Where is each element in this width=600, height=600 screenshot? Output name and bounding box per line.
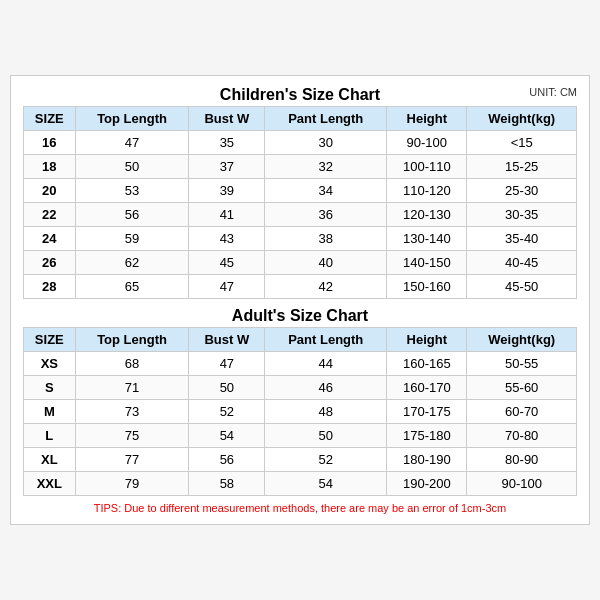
table-cell: 45-50 xyxy=(467,275,577,299)
table-cell: 62 xyxy=(75,251,189,275)
table-cell: 73 xyxy=(75,400,189,424)
table-cell: S xyxy=(24,376,76,400)
table-cell: 28 xyxy=(24,275,76,299)
adults-title: Adult's Size Chart xyxy=(23,307,577,325)
adult-header-row: SIZE Top Length Bust W Pant Length Heigh… xyxy=(24,328,577,352)
table-row: XXL795854190-20090-100 xyxy=(24,472,577,496)
table-row: 24594338130-14035-40 xyxy=(24,227,577,251)
table-row: XL775652180-19080-90 xyxy=(24,448,577,472)
adult-size-table: SIZE Top Length Bust W Pant Length Heigh… xyxy=(23,327,577,496)
table-row: M735248170-17560-70 xyxy=(24,400,577,424)
table-cell: 47 xyxy=(189,352,265,376)
table-cell: 140-150 xyxy=(387,251,467,275)
table-cell: 55-60 xyxy=(467,376,577,400)
table-cell: XL xyxy=(24,448,76,472)
table-cell: 45 xyxy=(189,251,265,275)
table-cell: 79 xyxy=(75,472,189,496)
table-cell: 36 xyxy=(265,203,387,227)
table-cell: 22 xyxy=(24,203,76,227)
col-height: Height xyxy=(387,107,467,131)
table-cell: 25-30 xyxy=(467,179,577,203)
table-cell: 41 xyxy=(189,203,265,227)
col-size: SIZE xyxy=(24,107,76,131)
table-cell: 47 xyxy=(75,131,189,155)
table-cell: 120-130 xyxy=(387,203,467,227)
col-weight: Weight(kg) xyxy=(467,107,577,131)
table-cell: 47 xyxy=(189,275,265,299)
table-cell: 150-160 xyxy=(387,275,467,299)
table-cell: 56 xyxy=(189,448,265,472)
table-cell: 20 xyxy=(24,179,76,203)
table-cell: 68 xyxy=(75,352,189,376)
table-cell: 30-35 xyxy=(467,203,577,227)
table-cell: M xyxy=(24,400,76,424)
table-cell: 56 xyxy=(75,203,189,227)
table-cell: 80-90 xyxy=(467,448,577,472)
table-cell: XXL xyxy=(24,472,76,496)
table-cell: 35-40 xyxy=(467,227,577,251)
table-cell: 175-180 xyxy=(387,424,467,448)
col-pant-length-adult: Pant Length xyxy=(265,328,387,352)
table-row: 26624540140-15040-45 xyxy=(24,251,577,275)
table-cell: 24 xyxy=(24,227,76,251)
table-cell: 130-140 xyxy=(387,227,467,251)
table-row: 28654742150-16045-50 xyxy=(24,275,577,299)
table-cell: 170-175 xyxy=(387,400,467,424)
table-cell: 77 xyxy=(75,448,189,472)
children-size-table: SIZE Top Length Bust W Pant Length Heigh… xyxy=(23,106,577,299)
table-cell: 110-120 xyxy=(387,179,467,203)
table-cell: 39 xyxy=(189,179,265,203)
table-cell: 160-165 xyxy=(387,352,467,376)
table-cell: 35 xyxy=(189,131,265,155)
table-cell: 50 xyxy=(265,424,387,448)
table-row: XS684744160-16550-55 xyxy=(24,352,577,376)
table-cell: 18 xyxy=(24,155,76,179)
table-cell: 100-110 xyxy=(387,155,467,179)
table-cell: 34 xyxy=(265,179,387,203)
col-bust-w: Bust W xyxy=(189,107,265,131)
table-cell: 46 xyxy=(265,376,387,400)
col-height-adult: Height xyxy=(387,328,467,352)
table-cell: 16 xyxy=(24,131,76,155)
table-cell: 38 xyxy=(265,227,387,251)
table-cell: 40-45 xyxy=(467,251,577,275)
children-title: Children's Size Chart UNIT: CM xyxy=(23,86,577,104)
table-cell: 180-190 xyxy=(387,448,467,472)
table-cell: 50 xyxy=(189,376,265,400)
table-cell: 40 xyxy=(265,251,387,275)
table-row: 18503732100-11015-25 xyxy=(24,155,577,179)
table-row: L755450175-18070-80 xyxy=(24,424,577,448)
table-cell: L xyxy=(24,424,76,448)
table-row: 20533934110-12025-30 xyxy=(24,179,577,203)
table-cell: 26 xyxy=(24,251,76,275)
table-cell: XS xyxy=(24,352,76,376)
table-cell: 59 xyxy=(75,227,189,251)
table-cell: 48 xyxy=(265,400,387,424)
col-top-length-adult: Top Length xyxy=(75,328,189,352)
table-cell: 70-80 xyxy=(467,424,577,448)
table-cell: 65 xyxy=(75,275,189,299)
table-cell: 190-200 xyxy=(387,472,467,496)
table-cell: 52 xyxy=(189,400,265,424)
col-size-adult: SIZE xyxy=(24,328,76,352)
chart-container: Children's Size Chart UNIT: CM SIZE Top … xyxy=(10,75,590,525)
children-header-row: SIZE Top Length Bust W Pant Length Heigh… xyxy=(24,107,577,131)
table-row: 22564136120-13030-35 xyxy=(24,203,577,227)
table-cell: 32 xyxy=(265,155,387,179)
col-top-length: Top Length xyxy=(75,107,189,131)
table-cell: 90-100 xyxy=(387,131,467,155)
table-cell: 42 xyxy=(265,275,387,299)
table-cell: 30 xyxy=(265,131,387,155)
table-cell: 58 xyxy=(189,472,265,496)
table-cell: 37 xyxy=(189,155,265,179)
table-row: 1647353090-100<15 xyxy=(24,131,577,155)
table-cell: 53 xyxy=(75,179,189,203)
table-cell: 15-25 xyxy=(467,155,577,179)
col-pant-length: Pant Length xyxy=(265,107,387,131)
table-cell: <15 xyxy=(467,131,577,155)
table-cell: 75 xyxy=(75,424,189,448)
col-weight-adult: Weight(kg) xyxy=(467,328,577,352)
table-cell: 90-100 xyxy=(467,472,577,496)
table-cell: 43 xyxy=(189,227,265,251)
table-cell: 44 xyxy=(265,352,387,376)
